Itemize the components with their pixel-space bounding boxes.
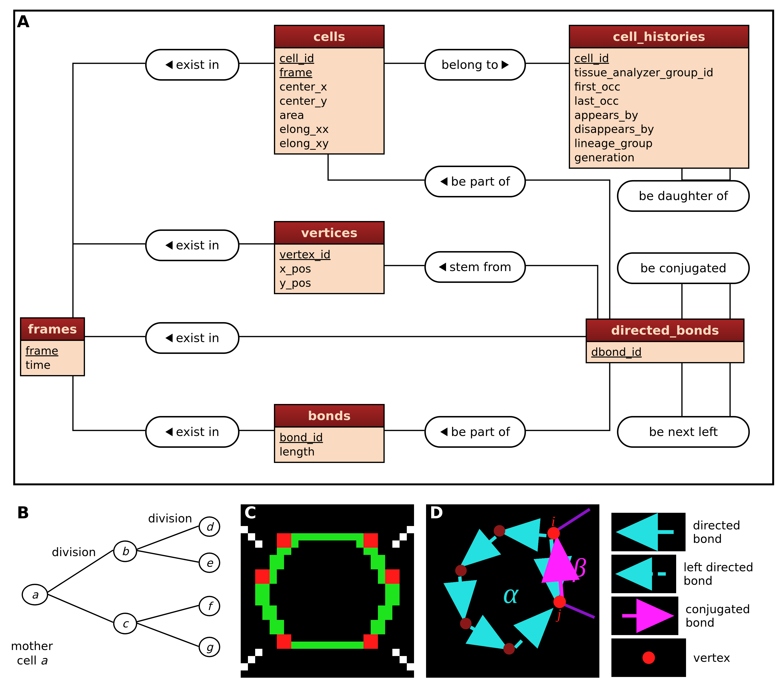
svg-rect-14 xyxy=(241,526,248,533)
svg-point-64 xyxy=(503,643,515,654)
svg-rect-18 xyxy=(248,656,255,663)
svg-rect-20 xyxy=(407,526,414,533)
table-cells-title: cells xyxy=(275,26,384,48)
pixel-cell xyxy=(241,504,414,678)
rel-exist-in-3: exist in xyxy=(145,322,239,354)
svg-rect-44 xyxy=(277,533,291,548)
svg-rect-19 xyxy=(255,649,262,656)
panel-b: a b c d e f g division division mother c… xyxy=(13,504,230,678)
svg-line-58 xyxy=(557,543,562,600)
legend-row-left: left directed bond xyxy=(611,555,773,593)
node-f: f xyxy=(199,596,220,616)
svg-rect-40 xyxy=(371,620,385,635)
svg-rect-47 xyxy=(385,569,400,584)
svg-point-63 xyxy=(460,618,471,629)
svg-rect-31 xyxy=(270,555,284,569)
node-c: c xyxy=(113,613,137,635)
panel-d-label: D xyxy=(430,503,443,522)
svg-line-53 xyxy=(464,537,496,563)
svg-line-55 xyxy=(471,627,503,646)
table-bonds-fields: bond_id length xyxy=(275,427,384,462)
svg-line-57 xyxy=(551,539,556,596)
svg-rect-32 xyxy=(371,555,385,569)
svg-rect-23 xyxy=(407,663,414,671)
legend: directed bond left directed bond conjuga… xyxy=(611,513,773,680)
rel-be-part-of-2: be part of xyxy=(424,416,526,448)
svg-rect-17 xyxy=(241,663,248,671)
svg-rect-30 xyxy=(364,548,378,555)
table-cells: cells cell_id frame center_x center_y ar… xyxy=(274,25,385,155)
table-frames: frames frame time xyxy=(20,317,85,376)
svg-line-51 xyxy=(561,603,595,618)
alpha-label: α xyxy=(503,577,519,609)
svg-rect-25 xyxy=(392,649,400,656)
svg-rect-45 xyxy=(364,533,378,548)
svg-line-12 xyxy=(135,605,199,622)
node-d: d xyxy=(199,516,220,537)
rel-stem-from: stem from xyxy=(424,251,526,283)
mother-label-2: cell a xyxy=(17,654,48,667)
svg-point-68 xyxy=(642,651,655,664)
division-label-1: division xyxy=(52,545,96,559)
rel-belong-to: belong to xyxy=(424,49,526,81)
legend-directed-label: directed bond xyxy=(693,519,773,546)
svg-line-56 xyxy=(515,613,549,648)
legend-left-label: left directed bond xyxy=(684,560,773,587)
svg-rect-15 xyxy=(248,533,255,541)
node-b: b xyxy=(113,541,137,562)
rel-exist-in-2: exist in xyxy=(145,229,239,261)
table-directed-bonds-fields: dbond_id xyxy=(587,342,743,362)
svg-rect-22 xyxy=(392,541,400,548)
svg-rect-38 xyxy=(378,605,392,620)
division-label-2: division xyxy=(148,512,192,525)
panel-c-label: C xyxy=(244,503,256,522)
legend-row-vertex: vertex xyxy=(611,638,773,677)
svg-rect-39 xyxy=(270,620,284,635)
panel-a: frames frame time cells cell_id frame ce… xyxy=(13,10,774,485)
svg-rect-16 xyxy=(255,541,262,548)
legend-row-conj: conjugated bond xyxy=(611,597,773,635)
rel-be-daughter-of: be daughter of xyxy=(617,180,750,212)
node-e: e xyxy=(199,552,220,573)
svg-rect-43 xyxy=(291,641,364,649)
svg-rect-46 xyxy=(255,569,270,584)
table-vertices: vertices vertex_id x_pos y_pos xyxy=(274,221,385,294)
svg-line-54 xyxy=(460,577,463,615)
legend-row-directed: directed bond xyxy=(611,513,773,551)
svg-rect-37 xyxy=(262,605,277,620)
table-frames-fields: frame time xyxy=(21,341,84,375)
rel-be-conjugated: be conjugated xyxy=(617,252,750,284)
svg-point-61 xyxy=(494,525,505,537)
bond-schematic: α β i j xyxy=(426,504,600,678)
rel-exist-in-1: exist in xyxy=(145,49,239,81)
svg-point-62 xyxy=(455,565,467,576)
node-a: a xyxy=(21,584,48,605)
svg-line-10 xyxy=(135,526,199,550)
beta-label: β xyxy=(572,553,586,582)
table-vertices-title: vertices xyxy=(275,222,384,245)
svg-rect-29 xyxy=(277,548,291,555)
table-cell-histories: cell_histories cell_id tissue_analyzer_g… xyxy=(569,25,749,169)
table-cell-histories-title: cell_histories xyxy=(570,26,748,48)
legend-vertex-label: vertex xyxy=(693,651,730,664)
table-vertices-fields: vertex_id x_pos y_pos xyxy=(275,245,384,293)
svg-line-13 xyxy=(135,622,199,646)
table-directed-bonds: directed_bonds dbond_id xyxy=(586,318,744,363)
svg-rect-26 xyxy=(291,533,364,541)
table-cells-fields: cell_id frame center_x center_y area elo… xyxy=(275,48,384,153)
panel-d: α β i j xyxy=(426,504,600,678)
svg-rect-36 xyxy=(385,584,400,605)
svg-rect-21 xyxy=(400,533,407,541)
rel-be-part-of-1: be part of xyxy=(424,166,526,198)
table-directed-bonds-title: directed_bonds xyxy=(587,320,743,342)
rel-exist-in-4: exist in xyxy=(145,416,239,448)
svg-rect-48 xyxy=(277,635,291,649)
table-bonds: bonds bond_id length xyxy=(274,404,385,463)
svg-line-9 xyxy=(46,593,113,622)
i-label: i xyxy=(551,513,555,529)
mother-label-1: mother xyxy=(11,639,53,653)
svg-rect-24 xyxy=(400,656,407,663)
svg-rect-49 xyxy=(364,635,378,649)
table-frames-title: frames xyxy=(21,318,84,341)
table-cell-histories-fields: cell_id tissue_analyzer_group_id first_o… xyxy=(570,48,748,168)
